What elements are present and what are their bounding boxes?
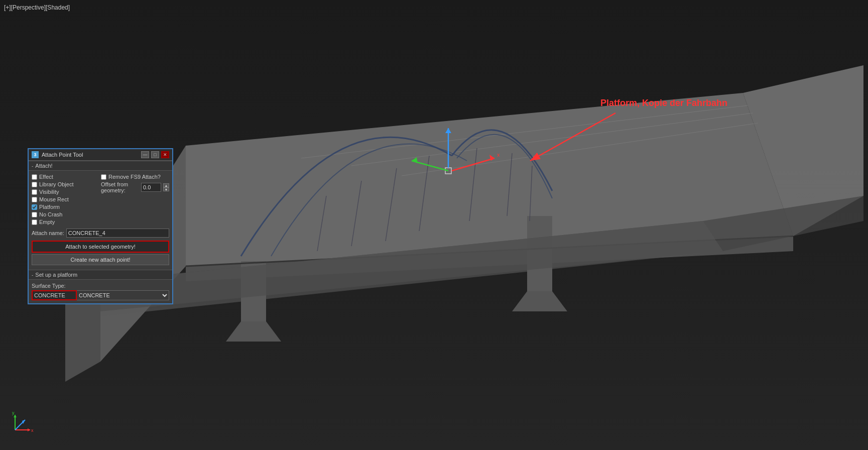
collapse-btn-platform[interactable]: - [32, 272, 33, 278]
attach-point-tool-dialog: 3 Attach Point Tool — □ ✕ - Attach! Effe… [28, 148, 173, 304]
minimize-button[interactable]: — [141, 151, 149, 158]
svg-text:x: x [31, 428, 34, 433]
checkbox-nocrash-row: No Crash [32, 211, 100, 217]
attach-to-geometry-button[interactable]: Attach to selected geometry! [32, 241, 169, 253]
platform-section-title: Set up a platform [35, 272, 77, 278]
dialog-controls: — □ ✕ [141, 151, 169, 158]
platform-section-content: Surface Type: CONCRETE ASPHALT GRASS WAT… [29, 280, 172, 303]
offset-row: Offset from geometry: ▲ ▼ [101, 181, 169, 193]
surface-type-row: CONCRETE ASPHALT GRASS WATER SNOW [32, 290, 169, 300]
checkbox-removefs9[interactable] [101, 174, 106, 180]
svg-line-33 [530, 113, 615, 161]
checkbox-mouserect[interactable] [32, 197, 37, 202]
checkbox-effect[interactable] [32, 174, 37, 180]
attach-section-title: Attach! [35, 163, 52, 169]
xyz-gizmo: x y [10, 410, 30, 430]
checkbox-effect-label: Effect [39, 174, 53, 180]
annotation-text: Platform, Kopie der Fahrbahn [600, 98, 727, 108]
attach-name-label: Attach name: [32, 230, 64, 236]
checkbox-mouserect-row: Mouse Rect [32, 196, 100, 202]
spinner-buttons: ▲ ▼ [163, 183, 169, 191]
spinner-up[interactable]: ▲ [163, 183, 169, 187]
checkbox-library-row: Library Object [32, 181, 100, 187]
viewport-label: [+][Perspective][Shaded] [4, 4, 70, 11]
dialog-icon: 3 [32, 151, 39, 158]
surface-type-label: Surface Type: [32, 283, 169, 289]
annotation-label: Platform, Kopie der Fahrbahn [600, 98, 727, 108]
checkbox-empty-label: Empty [39, 219, 55, 225]
checkbox-effect-row: Effect [32, 174, 100, 180]
svg-text:y: y [12, 410, 15, 415]
svg-marker-35 [28, 428, 30, 431]
checkbox-platform-row: Platform [32, 204, 100, 210]
surface-type-input[interactable] [32, 290, 77, 300]
platform-section-header: - Set up a platform [29, 270, 172, 280]
spinner-down[interactable]: ▼ [163, 187, 169, 191]
checkbox-removefs9-label: Remove FS9 Attach? [108, 174, 161, 180]
svg-marker-41 [22, 420, 25, 424]
dialog-title-text: Attach Point Tool [42, 152, 83, 158]
checkbox-nocrash[interactable] [32, 212, 37, 217]
checkbox-visibility-label: Visibility [39, 189, 59, 195]
checkbox-removefs9-row: Remove FS9 Attach? [101, 174, 169, 180]
close-button[interactable]: ✕ [161, 151, 169, 158]
dialog-titlebar: 3 Attach Point Tool — □ ✕ [29, 149, 172, 161]
checkbox-empty[interactable] [32, 219, 37, 225]
checkbox-visibility-row: Visibility [32, 189, 100, 195]
restore-button[interactable]: □ [151, 151, 159, 158]
checkbox-library[interactable] [32, 182, 37, 187]
checkbox-platform-label: Platform [39, 204, 60, 210]
create-attach-point-button[interactable]: Create new attach point! [32, 254, 169, 265]
dialog-title-left: 3 Attach Point Tool [32, 151, 83, 158]
checkbox-nocrash-label: No Crash [39, 211, 62, 217]
checkbox-visibility[interactable] [32, 189, 37, 195]
checkbox-empty-row: Empty [32, 219, 100, 225]
right-options: Remove FS9 Attach? Offset from geometry:… [101, 174, 169, 227]
checkbox-mouserect-label: Mouse Rect [39, 196, 69, 202]
checkbox-platform[interactable] [32, 204, 37, 210]
dialog-attach-content: Effect Library Object Visibility Mouse R… [29, 171, 172, 270]
attach-name-input[interactable] [66, 229, 169, 238]
offset-label: Offset from geometry: [101, 181, 139, 193]
collapse-btn-attach[interactable]: - [32, 163, 33, 169]
surface-type-select[interactable]: CONCRETE ASPHALT GRASS WATER SNOW [77, 290, 169, 300]
checkbox-grid: Effect Library Object Visibility Mouse R… [32, 174, 169, 227]
attach-name-row: Attach name: [32, 229, 169, 238]
viewport-label-text: [+][Perspective][Shaded] [4, 4, 70, 11]
checkbox-library-label: Library Object [39, 181, 73, 187]
left-checkboxes: Effect Library Object Visibility Mouse R… [32, 174, 100, 227]
attach-section-header: - Attach! [29, 161, 172, 171]
offset-input[interactable] [141, 183, 161, 192]
